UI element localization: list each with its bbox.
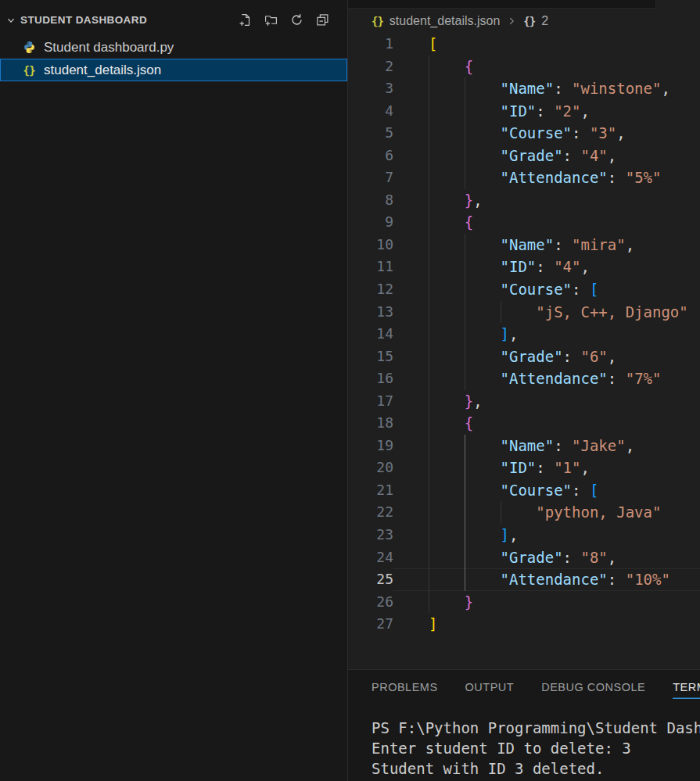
code-line-6[interactable]: 6 "Grade": "4", bbox=[348, 145, 700, 167]
code-line-4[interactable]: 4 "ID": "2", bbox=[348, 100, 700, 123]
line-number: 20 bbox=[348, 457, 393, 479]
terminal-output[interactable]: PS F:\Python Programming\Student Dashboa… bbox=[348, 699, 700, 779]
code-line-16[interactable]: 16 "Attendance": "7%" bbox=[348, 367, 700, 390]
tab-bar-remnant bbox=[348, 0, 656, 9]
explorer-sidebar: STUDENT DASHBOARD bbox=[0, 0, 348, 781]
code-area[interactable]: 1[2 {3 "Name": "winstone",4 "ID": "2",5 … bbox=[348, 33, 700, 636]
line-number: 23 bbox=[348, 524, 393, 546]
code-line-21[interactable]: 21 "Course": [ bbox=[348, 479, 700, 502]
indent-guide bbox=[465, 479, 465, 502]
indent-guide bbox=[429, 189, 429, 212]
indent-guide bbox=[501, 501, 501, 524]
refresh-explorer-icon[interactable] bbox=[289, 13, 304, 28]
code-line-3[interactable]: 3 "Name": "winstone", bbox=[348, 77, 700, 100]
explorer-section-title[interactable]: STUDENT DASHBOARD bbox=[20, 14, 147, 26]
code-line-11[interactable]: 11 "ID": "4", bbox=[348, 256, 700, 278]
line-number: 3 bbox=[348, 77, 393, 100]
file-item-student-dashboard-py[interactable]: Student dashboard.py bbox=[0, 36, 347, 59]
line-number: 8 bbox=[348, 189, 393, 212]
indent-guide bbox=[429, 390, 429, 413]
code-line-24[interactable]: 24 "Grade": "8", bbox=[348, 546, 700, 569]
chevron-down-icon[interactable] bbox=[5, 14, 17, 27]
indent-guide bbox=[465, 346, 465, 368]
line-number: 1 bbox=[348, 33, 393, 56]
indent-guide bbox=[429, 145, 429, 167]
code-line-19[interactable]: 19 "Name": "Jake", bbox=[348, 435, 700, 457]
code-line-1[interactable]: 1[ bbox=[348, 33, 700, 56]
file-item-student-details-json[interactable]: {}student_details.json bbox=[0, 59, 347, 81]
breadcrumb-symbol[interactable]: 2 bbox=[541, 14, 548, 28]
line-number: 2 bbox=[348, 56, 393, 78]
code-line-9[interactable]: 9 { bbox=[348, 211, 700, 234]
indent-guide bbox=[465, 457, 465, 479]
indent-guide bbox=[429, 100, 429, 123]
file-name: Student dashboard.py bbox=[44, 40, 174, 56]
code-line-5[interactable]: 5 "Course": "3", bbox=[348, 122, 700, 145]
collapse-folders-icon[interactable] bbox=[314, 13, 330, 28]
indent-guide bbox=[465, 122, 465, 145]
code-line-12[interactable]: 12 "Course": [ bbox=[348, 278, 700, 301]
panel-tab-problems[interactable]: PROBLEMS bbox=[372, 681, 438, 699]
indent-guide bbox=[429, 501, 429, 524]
indent-guide bbox=[429, 457, 429, 479]
breadcrumb-file[interactable]: student_details.json bbox=[389, 14, 500, 28]
terminal-line: Student with ID 3 deleted. bbox=[372, 758, 700, 779]
new-folder-icon[interactable] bbox=[263, 13, 278, 28]
new-file-icon[interactable] bbox=[237, 13, 253, 28]
line-number: 15 bbox=[348, 346, 393, 368]
indent-guide bbox=[429, 479, 429, 502]
chevron-right-icon bbox=[506, 16, 517, 27]
indent-guide bbox=[501, 301, 501, 324]
indent-guide bbox=[465, 145, 465, 167]
panel-tab-output[interactable]: OUTPUT bbox=[465, 681, 515, 699]
indent-guide bbox=[465, 568, 465, 591]
code-line-20[interactable]: 20 "ID": "1", bbox=[348, 457, 700, 479]
panel-tab-debug-console[interactable]: DEBUG CONSOLE bbox=[541, 681, 645, 699]
line-number: 13 bbox=[348, 301, 393, 324]
indent-guide bbox=[465, 367, 465, 390]
line-number: 7 bbox=[348, 167, 393, 189]
indent-guide bbox=[429, 568, 429, 591]
code-line-2[interactable]: 2 { bbox=[348, 56, 700, 78]
editor-pane[interactable]: {} student_details.json {} 2 1[2 {3 "Nam… bbox=[348, 0, 700, 669]
code-line-27[interactable]: 27] bbox=[348, 613, 700, 636]
explorer-header: STUDENT DASHBOARD bbox=[0, 0, 347, 30]
indent-guide bbox=[429, 546, 429, 569]
breadcrumb: {} student_details.json {} 2 bbox=[348, 9, 548, 33]
indent-guide bbox=[429, 211, 429, 234]
code-line-26[interactable]: 26 } bbox=[348, 591, 700, 614]
code-line-7[interactable]: 7 "Attendance": "5%" bbox=[348, 167, 700, 189]
code-line-10[interactable]: 10 "Name": "mira", bbox=[348, 234, 700, 256]
line-number: 14 bbox=[348, 323, 393, 346]
code-line-17[interactable]: 17 }, bbox=[348, 390, 700, 413]
indent-guide bbox=[429, 234, 429, 256]
object-symbol-icon: {} bbox=[523, 15, 535, 27]
line-number: 5 bbox=[348, 122, 393, 145]
code-line-22[interactable]: 22 "python, Java" bbox=[348, 501, 700, 524]
code-line-15[interactable]: 15 "Grade": "6", bbox=[348, 346, 700, 368]
line-number: 27 bbox=[348, 613, 393, 636]
indent-guide bbox=[429, 524, 429, 546]
code-line-18[interactable]: 18 { bbox=[348, 412, 700, 435]
line-number: 16 bbox=[348, 367, 393, 390]
indent-guide bbox=[429, 77, 429, 100]
code-line-25[interactable]: 25 "Attendance": "10%" bbox=[348, 568, 700, 591]
indent-guide bbox=[429, 323, 429, 346]
json-file-icon: {} bbox=[21, 64, 37, 77]
code-line-8[interactable]: 8 }, bbox=[348, 189, 700, 212]
code-line-13[interactable]: 13 "jS, C++, Django" bbox=[348, 301, 700, 324]
indent-guide bbox=[429, 122, 429, 145]
indent-guide bbox=[465, 278, 465, 301]
panel-tabs: PROBLEMSOUTPUTDEBUG CONSOLETERMINAL bbox=[348, 670, 700, 699]
indent-guide bbox=[429, 56, 429, 78]
python-file-icon bbox=[21, 41, 37, 54]
code-line-14[interactable]: 14 ], bbox=[348, 323, 700, 346]
line-number: 18 bbox=[348, 412, 393, 435]
code-line-23[interactable]: 23 ], bbox=[348, 524, 700, 546]
vscode-window: { "colors": { "accent_blue": "#2E8FD4", … bbox=[0, 0, 700, 781]
line-number: 19 bbox=[348, 435, 393, 457]
line-number: 22 bbox=[348, 501, 393, 524]
indent-guide bbox=[465, 501, 465, 524]
panel-tab-terminal[interactable]: TERMINAL bbox=[673, 681, 700, 699]
indent-guide bbox=[429, 435, 429, 457]
